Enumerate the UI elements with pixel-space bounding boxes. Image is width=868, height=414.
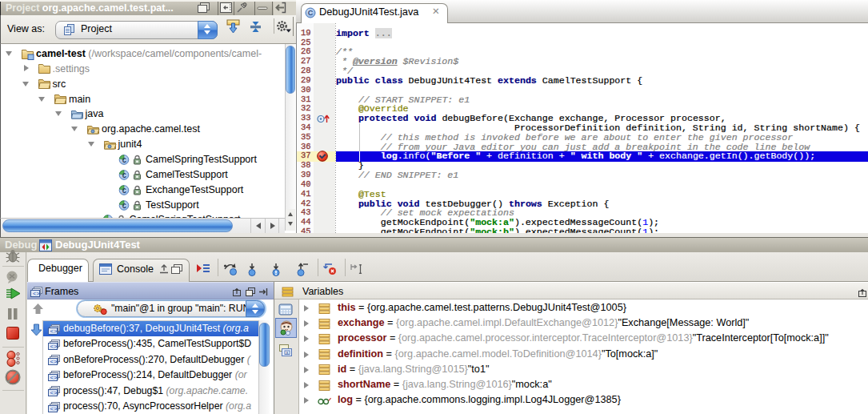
- svg-text:<>: <>: [50, 344, 58, 350]
- svg-text:<>: <>: [50, 406, 58, 412]
- svg-text:<>: <>: [50, 328, 58, 335]
- svg-text:C: C: [122, 187, 126, 195]
- svg-text:C: C: [122, 157, 126, 165]
- svg-text:<>: <>: [33, 291, 39, 297]
- svg-text:C: C: [122, 172, 126, 180]
- svg-text:<>: <>: [50, 360, 58, 366]
- svg-text:<>: <>: [50, 375, 58, 381]
- svg-text:<>: <>: [50, 390, 58, 396]
- svg-text:C: C: [122, 202, 126, 210]
